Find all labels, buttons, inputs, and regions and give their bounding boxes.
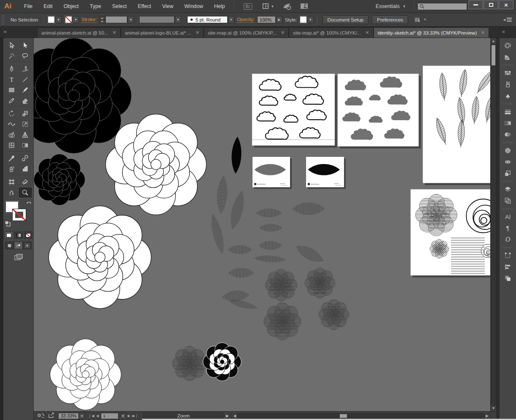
lasso-tool[interactable] (19, 51, 32, 61)
scroll-up-icon[interactable]: ▲ (491, 38, 496, 44)
pathfinder-panel-icon[interactable] (500, 272, 516, 284)
dock-grip[interactable] (503, 63, 513, 67)
tab-close-icon[interactable]: ✕ (481, 30, 485, 35)
tab-close-icon[interactable]: ✕ (281, 30, 285, 35)
artboard-3[interactable] (423, 66, 490, 183)
stroke-weight-field[interactable] (105, 16, 127, 23)
halftone-rose-artwork[interactable] (305, 268, 335, 298)
artboard-number-field[interactable]: 1 (101, 413, 118, 419)
column-graph-tool[interactable] (19, 164, 32, 174)
appearance-panel-icon[interactable] (500, 145, 516, 156)
tab-close-icon[interactable]: ✕ (196, 30, 199, 35)
brushes-panel-icon[interactable] (500, 78, 516, 90)
search-box[interactable] (417, 3, 467, 10)
bridge-button[interactable]: Br (244, 3, 252, 10)
pen-tool[interactable] (5, 64, 19, 74)
control-panel-menu-icon[interactable]: ◀ (503, 18, 512, 22)
menu-edit[interactable]: Edit (38, 3, 58, 9)
pencil-tool[interactable] (5, 95, 19, 106)
stroke-dropdown[interactable]: ▼ (73, 16, 79, 23)
collapse-toolbar-icon[interactable]: « (4, 29, 7, 35)
halftone-rose-artwork[interactable] (265, 269, 297, 301)
menu-object[interactable]: Object (58, 3, 84, 9)
document-tab-5[interactable]: identity-sketch.ai* @ 33.33% (CMYK/Previ… (374, 27, 489, 38)
color-guide-panel-icon[interactable] (500, 51, 516, 62)
last-artboard-icon[interactable]: ▶❘ (132, 414, 138, 418)
opacity-expand[interactable]: ▶ (276, 16, 282, 23)
vscroll-thumb[interactable] (492, 45, 495, 65)
document-tab-3[interactable]: site-map.ai @ 100% (CMYK/P...✕ (204, 27, 289, 38)
swatches-panel-icon[interactable] (500, 67, 516, 78)
isolate-object-icon[interactable]: ▼ (414, 16, 427, 23)
panel-grip[interactable] (2, 15, 5, 24)
draw-inside-icon[interactable] (23, 242, 32, 249)
layers-panel-icon[interactable] (500, 183, 516, 195)
curvature-tool[interactable] (19, 64, 32, 74)
gradient-panel-icon[interactable] (500, 117, 516, 129)
workspace-switcher[interactable]: Essentials ▼ (376, 3, 406, 9)
free-transform-tool[interactable] (19, 119, 32, 129)
rectangle-tool[interactable] (5, 85, 19, 95)
export-icon[interactable] (48, 412, 55, 419)
artboards-panel-icon[interactable] (500, 195, 516, 206)
color-panel-icon[interactable] (500, 40, 516, 51)
eraser-tool[interactable] (19, 95, 32, 106)
halftone-rose-artwork[interactable] (319, 299, 349, 330)
document-tab-4[interactable]: site-map.ai* @ 100% (CMYK/...✕ (289, 27, 373, 38)
leaf-card-2[interactable] (306, 157, 344, 187)
search-input[interactable] (426, 3, 464, 9)
color-button[interactable] (5, 232, 13, 239)
mesh-tool[interactable] (5, 140, 19, 151)
app-logo-icon[interactable]: Ai (3, 2, 19, 11)
halftone-rose-artwork[interactable] (264, 303, 301, 340)
slice-tool[interactable] (19, 177, 32, 187)
opentype-panel-icon[interactable]: O (500, 234, 516, 245)
sync-status-icon[interactable] (37, 412, 45, 419)
opacity-panel-link[interactable]: Opacity: (237, 17, 255, 23)
maximize-button[interactable] (484, 0, 498, 9)
stroke-color-swatch[interactable] (65, 16, 72, 23)
hscroll-thumb[interactable] (340, 414, 347, 418)
scroll-right-icon[interactable]: ▶ (484, 414, 490, 418)
opacity-field[interactable]: 100% (257, 16, 276, 23)
type-tool[interactable]: T (5, 74, 19, 85)
screen-mode-icon[interactable] (3, 253, 33, 261)
flower-artwork[interactable] (50, 339, 121, 410)
dock-grip[interactable] (503, 179, 513, 183)
menu-effect[interactable]: Effect (132, 3, 157, 9)
menu-window[interactable]: Window (179, 3, 208, 9)
scale-tool[interactable] (19, 108, 32, 119)
brush-definition-field[interactable]: 5 pt. Round (187, 16, 228, 23)
line-segment-tool[interactable] (19, 74, 32, 85)
zoom-level-field[interactable]: 33.33% (58, 413, 79, 419)
dock-grip[interactable] (503, 207, 513, 210)
paragraph-panel-icon[interactable]: ¶ (500, 222, 516, 234)
rotate-tool[interactable] (5, 108, 19, 119)
artboard-tool[interactable] (5, 177, 19, 187)
next-artboard-icon[interactable]: ▶ (128, 414, 131, 418)
document-tab-2[interactable]: animal-planet-logo-BLUE.ai* ...✕ (121, 27, 204, 38)
swap-fill-stroke-icon[interactable] (26, 201, 32, 208)
transparency-panel-icon[interactable] (500, 129, 516, 140)
menu-file[interactable]: File (19, 3, 38, 9)
flower-artwork[interactable] (106, 114, 207, 215)
paintbrush-tool[interactable] (19, 85, 32, 95)
selection-tool[interactable] (5, 40, 19, 51)
zoom-tool[interactable] (19, 187, 32, 198)
blend-tool[interactable] (19, 153, 32, 164)
default-fill-stroke-icon[interactable] (5, 221, 11, 228)
stroke-weight-dropdown[interactable]: ▼ (128, 16, 134, 23)
arrange-documents-icon[interactable]: ▼ (262, 3, 274, 10)
style-swatch[interactable] (300, 16, 307, 23)
transform-panel-icon[interactable] (500, 250, 516, 261)
flower-artwork[interactable] (203, 343, 242, 381)
tab-close-icon[interactable]: ✕ (365, 30, 369, 35)
fill-color-swatch[interactable] (48, 16, 55, 23)
graphic-styles-panel-icon[interactable] (500, 167, 516, 179)
close-button[interactable]: × (499, 0, 513, 9)
preferences-button[interactable]: Preferences (372, 16, 408, 24)
stroke-swatch[interactable] (13, 209, 26, 221)
scroll-down-icon[interactable]: ▼ (491, 405, 496, 411)
character-panel-icon[interactable]: A (500, 211, 516, 222)
previous-artboard-icon[interactable]: ◀ (96, 414, 99, 418)
